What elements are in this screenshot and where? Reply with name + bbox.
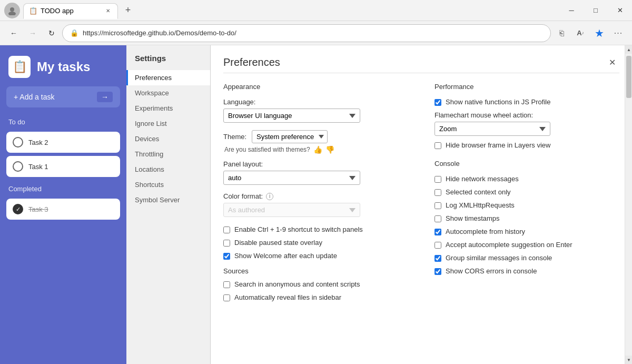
favorites-btn[interactable]: ★ — [591, 25, 608, 42]
autocomplete-label[interactable]: Autocomplete from history — [446, 228, 525, 235]
anon-scripts-label[interactable]: Search in anonymous and content scripts — [234, 280, 360, 288]
welcome-label[interactable]: Show Welcome after each update — [234, 252, 337, 260]
native-fn-checkbox[interactable] — [434, 99, 441, 106]
paused-state-label[interactable]: Disable paused state overlay — [234, 239, 322, 247]
settings-item-preferences[interactable]: Preferences — [126, 70, 210, 85]
add-task-arrow-icon: → — [97, 92, 113, 102]
accept-autocomplete-checkbox[interactable] — [434, 242, 441, 249]
selected-ctx-checkbox[interactable] — [434, 189, 441, 196]
log-xml-checkbox[interactable] — [434, 202, 441, 209]
scrollbar-up-btn[interactable]: ▲ — [625, 45, 632, 54]
sources-section-title: Sources — [223, 267, 408, 275]
group-similar-label[interactable]: Group similar messages in console — [446, 254, 552, 262]
lock-icon: 🔒 — [70, 29, 78, 37]
hide-network-checkbox[interactable] — [434, 176, 441, 183]
task-circle-task2 — [13, 137, 23, 147]
more-options-btn[interactable]: ··· — [610, 25, 627, 42]
new-tab-btn[interactable]: + — [120, 3, 136, 18]
color-format-select[interactable]: As authored — [223, 203, 360, 217]
settings-title: Settings — [126, 50, 210, 70]
svg-point-0 — [10, 7, 14, 12]
scrollbar[interactable]: ▲ ▼ — [625, 45, 632, 364]
settings-item-locations[interactable]: Locations — [126, 162, 210, 177]
app-title: My tasks — [37, 60, 90, 74]
preferences-close-btn[interactable]: ✕ — [605, 55, 619, 70]
flamechart-select[interactable]: Zoom — [434, 122, 550, 136]
selected-ctx-label[interactable]: Selected context only — [446, 188, 511, 196]
hide-network-label[interactable]: Hide network messages — [446, 175, 519, 183]
native-fn-label[interactable]: Show native functions in JS Profile — [446, 98, 550, 106]
task-label-task1: Task 1 — [28, 163, 48, 171]
appearance-section-title: Appearance — [223, 83, 408, 91]
ctrl19-label[interactable]: Enable Ctrl + 1-9 shortcut to switch pan… — [234, 225, 363, 233]
panel-layout-select[interactable]: auto — [223, 171, 360, 185]
auto-reveal-label[interactable]: Automatically reveal files in sidebar — [234, 293, 341, 301]
add-task-btn[interactable]: + Add a task → — [6, 86, 120, 107]
settings-item-shortcuts[interactable]: Shortcuts — [126, 177, 210, 192]
task-item-task3[interactable]: ✓ Task 3 — [6, 199, 120, 220]
minimize-btn[interactable]: ─ — [559, 2, 584, 19]
timestamps-label[interactable]: Show timestamps — [446, 214, 500, 222]
hide-frame-checkbox[interactable] — [434, 142, 441, 149]
paused-state-checkbox[interactable] — [223, 240, 230, 247]
language-select[interactable]: Browser UI language — [223, 109, 360, 123]
log-xml-label[interactable]: Log XMLHttpRequests — [446, 201, 515, 209]
settings-item-ignore-list[interactable]: Ignore List — [126, 116, 210, 131]
active-tab[interactable]: 📋 TODO app ✕ — [23, 3, 118, 19]
refresh-btn[interactable]: ↻ — [43, 25, 60, 42]
autocomplete-checkbox[interactable] — [434, 229, 441, 235]
language-label: Language: — [223, 98, 408, 106]
read-aloud-btn[interactable]: A♪ — [572, 25, 589, 42]
task-label-task2: Task 2 — [28, 139, 48, 146]
tab-title: TODO app — [41, 7, 101, 15]
color-format-label: Color format: — [223, 192, 263, 200]
timestamps-checkbox[interactable] — [434, 215, 441, 222]
panel-layout-label: Panel layout: — [223, 160, 408, 168]
group-similar-checkbox[interactable] — [434, 255, 441, 262]
add-task-label: + Add a task — [14, 93, 54, 101]
profile-avatar[interactable] — [4, 3, 20, 18]
thumbs-up-icon[interactable]: 👍 — [313, 145, 322, 154]
todo-section-label: To do — [0, 116, 126, 130]
collections-btn[interactable]: ⎗ — [553, 25, 570, 42]
accept-autocomplete-label[interactable]: Accept autocomplete suggestion on Enter — [446, 241, 572, 249]
anon-scripts-checkbox[interactable] — [223, 281, 230, 288]
settings-item-throttling[interactable]: Throttling — [126, 146, 210, 162]
flamechart-label: Flamechart mouse wheel action: — [434, 111, 619, 119]
preferences-title: Preferences — [223, 56, 280, 68]
address-text: https://microsoftedge.github.io/Demos/de… — [83, 29, 543, 37]
ctrl19-checkbox[interactable] — [223, 227, 230, 233]
welcome-checkbox[interactable] — [223, 253, 230, 260]
browser-window: 📋 TODO app ✕ + ─ □ ✕ ← → ↻ 🔒 https://mic… — [0, 0, 632, 364]
close-window-btn[interactable]: ✕ — [608, 2, 632, 19]
cors-errors-checkbox[interactable] — [434, 268, 441, 275]
task-label-task3: Task 3 — [28, 205, 48, 213]
task-item-task2[interactable]: Task 2 — [6, 132, 120, 153]
cors-errors-label[interactable]: Show CORS errors in console — [446, 267, 537, 275]
task-circle-task1 — [13, 161, 23, 172]
theme-satisfied-text: Are you satisfied with themes? — [224, 146, 310, 153]
scrollbar-thumb[interactable] — [626, 56, 631, 98]
devtools-panel: Settings Preferences Workspace Experimen… — [126, 45, 632, 364]
task-circle-task3: ✓ — [13, 204, 23, 214]
app-logo: 📋 — [8, 56, 31, 78]
hide-frame-label[interactable]: Hide browser frame in Layers view — [446, 141, 550, 149]
app-sidebar: 📋 My tasks + Add a task → To do Task 2 T… — [0, 45, 126, 364]
auto-reveal-checkbox[interactable] — [223, 294, 230, 301]
thumbs-down-icon[interactable]: 👎 — [325, 145, 334, 154]
maximize-btn[interactable]: □ — [584, 2, 608, 19]
address-bar[interactable]: 🔒 https://microsoftedge.github.io/Demos/… — [62, 24, 551, 42]
scrollbar-down-btn[interactable]: ▼ — [625, 356, 632, 364]
settings-item-devices[interactable]: Devices — [126, 131, 210, 146]
settings-item-symbol-server[interactable]: Symbol Server — [126, 192, 210, 208]
theme-select[interactable]: System preference — [252, 130, 328, 143]
forward-btn[interactable]: → — [24, 25, 41, 42]
theme-label: Theme: — [223, 133, 246, 141]
tab-close-btn[interactable]: ✕ — [104, 7, 112, 15]
task-item-task1[interactable]: Task 1 — [6, 156, 120, 177]
back-btn[interactable]: ← — [5, 25, 22, 42]
settings-item-experiments[interactable]: Experiments — [126, 101, 210, 116]
settings-item-workspace[interactable]: Workspace — [126, 85, 210, 101]
svg-point-1 — [8, 12, 16, 15]
settings-sidebar: Settings Preferences Workspace Experimen… — [126, 45, 211, 364]
